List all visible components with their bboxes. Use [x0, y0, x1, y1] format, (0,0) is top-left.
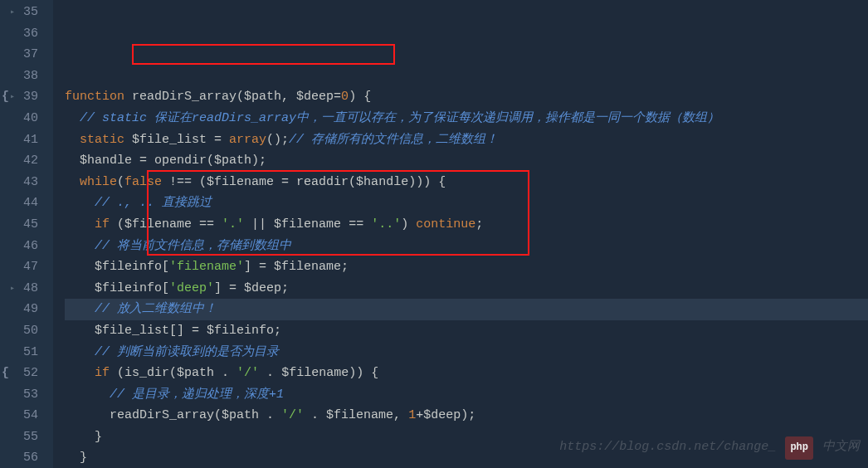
token-p: (); [266, 133, 289, 147]
line-number: 40 [0, 108, 53, 129]
watermark-logo: php [785, 436, 813, 460]
token-nm [65, 366, 95, 380]
token-nm [65, 388, 110, 402]
code-line[interactable]: // 判断当前读取到的是否为目录 [65, 342, 868, 363]
token-p: ( [117, 217, 124, 232]
line-number: 39{ [0, 86, 53, 108]
code-line[interactable]: $handle = opendir($path); [65, 150, 868, 172]
token-p: ( [117, 366, 124, 380]
token-p: . [304, 408, 326, 422]
code-line[interactable]: // ., .. 直接跳过 [65, 193, 868, 214]
token-nm [65, 302, 95, 316]
token-p: ] = [244, 260, 274, 274]
line-number: 43 [0, 172, 53, 193]
token-p: ) { [349, 90, 371, 104]
token-s: '/' [237, 366, 259, 380]
token-nm: $deep; [244, 281, 289, 295]
token-n: 0 [341, 90, 349, 104]
token-nm: $fileinfo[ [65, 260, 169, 274]
line-number: 53 [0, 384, 53, 406]
token-c: // 放入二维数组中！ [95, 302, 217, 316]
token-nm: $filename [207, 175, 281, 189]
code-line[interactable]: while(false !== ($filename = readdir($ha… [65, 172, 868, 193]
code-area[interactable]: function readDirS_array($path, $deep=0) … [53, 0, 868, 468]
token-p: } [80, 451, 87, 465]
token-c: // 是目录，递归处理，深度+1 [110, 388, 284, 402]
token-nm: is_dir($path [124, 366, 222, 380]
token-nm: $path [244, 90, 281, 104]
token-nm: $deep [296, 90, 334, 104]
fold-brace-icon: { [2, 86, 9, 108]
line-number: 36 [0, 23, 53, 45]
token-nm: $filename)) { [281, 366, 378, 380]
code-line[interactable]: // 将当前文件信息，存储到数组中 [65, 236, 868, 257]
code-line[interactable]: if ($filename == '.' || $filename == '..… [65, 214, 868, 236]
token-p: = [334, 90, 341, 104]
token-k: array [229, 133, 266, 147]
fold-brace-icon: { [2, 363, 9, 384]
code-line[interactable]: function readDirS_array($path, $deep=0) … [65, 86, 868, 108]
token-p: = [281, 175, 296, 189]
token-nm: readdir($handle))) [296, 175, 438, 189]
token-p: ] = [214, 281, 244, 295]
token-s: '..' [371, 217, 401, 232]
token-nm [65, 239, 95, 253]
line-number: 48 [0, 278, 53, 300]
token-nm: $deep); [423, 408, 475, 422]
line-number: 45 [0, 214, 53, 236]
token-nm [65, 133, 80, 147]
code-line[interactable]: $fileinfo['filename'] = $filename; [65, 256, 868, 278]
token-p: , [281, 90, 296, 104]
token-p: == [199, 217, 222, 232]
token-p: || [244, 217, 274, 232]
token-p: + [416, 408, 423, 422]
code-editor: 3536373839{40414243444546474849505152{53… [0, 0, 868, 468]
line-number: 55 [0, 427, 53, 448]
token-nm [65, 111, 80, 125]
line-number: 44 [0, 193, 53, 214]
code-line[interactable]: if (is_dir($path . '/' . $filename)) { [65, 363, 868, 384]
line-number: 46 [0, 236, 53, 257]
token-bool: false [124, 175, 162, 189]
token-p: . [259, 366, 281, 380]
token-c: // static 保证在readDirs_array中，一直可以存在，为了保证… [80, 111, 719, 125]
code-line[interactable]: // static 保证在readDirs_array中，一直可以存在，为了保证… [65, 108, 868, 129]
line-number-gutter: 3536373839{40414243444546474849505152{53… [0, 0, 53, 468]
token-p: = [192, 324, 207, 338]
line-number: 56 [0, 447, 53, 468]
token-nm: $fileinfo[ [65, 281, 169, 295]
token-nm: $handle [65, 154, 139, 168]
token-nm: $file_list [132, 133, 214, 147]
code-line[interactable]: $file_list[] = $fileinfo; [65, 320, 868, 342]
token-nm: $filename, [326, 408, 408, 422]
code-line[interactable]: // 是目录，递归处理，深度+1 [65, 384, 868, 406]
token-nm [65, 345, 95, 359]
line-number: 41 [0, 129, 53, 151]
token-p: = [214, 133, 229, 147]
code-line[interactable]: $fileinfo['deep'] = $deep; [65, 278, 868, 300]
code-line[interactable]: // 放入二维数组中！ [65, 299, 868, 320]
token-k: function [65, 90, 132, 104]
watermark: https://blog.csdn.net/change_ php 中文网 [559, 436, 860, 460]
annotation-box-1 [132, 44, 395, 65]
token-nm: $fileinfo; [207, 324, 281, 338]
token-k: static [80, 133, 132, 147]
line-number: 37 [0, 44, 53, 66]
token-nm [65, 175, 80, 189]
code-line[interactable]: static $file_list = array();// 存储所有的文件信息… [65, 129, 868, 151]
token-p: . [222, 366, 237, 380]
line-number: 51 [0, 342, 53, 363]
token-nm: opendir($path); [154, 154, 266, 168]
token-p: ( [117, 175, 124, 189]
token-p: !== ( [162, 175, 207, 189]
token-nm: $file_list[] [65, 324, 192, 338]
line-number: 49 [0, 299, 53, 320]
token-nm: $filename; [274, 260, 349, 274]
line-number: 35 [0, 2, 53, 23]
token-s: 'deep' [169, 281, 214, 295]
code-line[interactable]: readDirS_array($path . '/' . $filename, … [65, 405, 868, 427]
token-p: . [266, 408, 281, 422]
token-nm: $filename [124, 217, 199, 232]
line-number: 50 [0, 320, 53, 342]
token-p: = [139, 154, 154, 168]
